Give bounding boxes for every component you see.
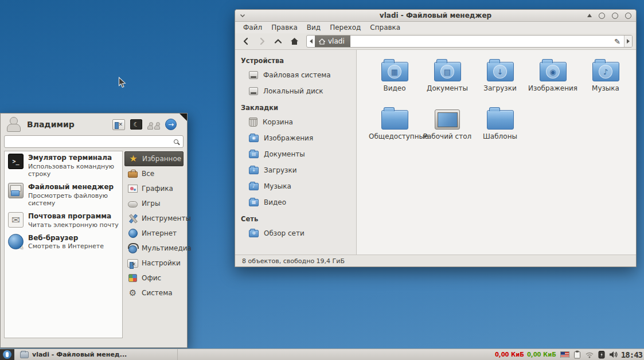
category-system[interactable]: ⚙ Система [124,285,184,300]
sidebar-item-local-disk[interactable]: Локальный диск [235,83,356,99]
path-scroll-right-button[interactable] [624,36,632,47]
graphics-icon [127,183,138,194]
clipboard-icon[interactable] [573,350,581,359]
star-icon: ★ [128,154,139,164]
search-input[interactable] [8,138,174,146]
sidebar-heading-bookmarks: Закладки [235,99,356,114]
desktop-background[interactable]: vladi - Файловый менеджер Файл Правка Ви… [0,0,644,360]
file-item-public[interactable]: Общедоступные [368,106,421,154]
search-icon [174,139,178,144]
path-bar: vladi ✎ [306,35,633,48]
file-item-templates[interactable]: Шаблоны [474,106,526,154]
category-games[interactable]: Игры [124,196,184,211]
folder-documents-icon: ▤ [249,151,259,158]
titlebar[interactable]: vladi - Файловый менеджер [235,10,636,22]
menu-header: Владимир ☾ → [1,114,187,135]
sidebar-item-downloads[interactable]: ↓ Загрузки [235,162,356,178]
sidebar-heading-devices: Устройства [235,52,356,67]
mouse-cursor [118,77,126,90]
close-button[interactable] [625,13,631,19]
lock-screen-button[interactable]: ☾ [130,119,142,130]
menu-file[interactable]: Файл [239,22,267,33]
file-manager-icon [8,183,24,198]
folder-music-icon: ♪ [592,62,619,81]
system-tray [573,350,618,359]
film-emblem-icon: ▦ [388,65,401,79]
sidebar-heading-network: Сеть [235,210,356,225]
hard-drive-icon [249,87,258,95]
app-item-terminal[interactable]: >_ Эмулятор терминала Использовать коман… [5,151,122,181]
category-internet[interactable]: Интернет [124,226,184,241]
back-button[interactable] [239,34,253,49]
sidebar-item-trash[interactable]: Корзина [235,114,356,130]
file-item-documents[interactable]: ▤ Документы [421,58,474,106]
sidebar-item-filesystem[interactable]: Файловая система [235,67,356,83]
keyboard-layout-us-flag-icon[interactable] [560,351,569,358]
category-settings[interactable]: Настройки [124,256,184,271]
home-button[interactable] [287,34,302,49]
user-avatar[interactable] [5,116,21,132]
app-item-mail[interactable]: ✉ Почтовая программа Читать электронную … [5,210,122,231]
taskbar-window-button[interactable]: vladi - Файловый менед... [14,349,178,360]
switch-user-button[interactable] [147,120,160,130]
maximize-button[interactable] [612,13,618,19]
category-all[interactable]: Все [124,166,184,181]
window-menu-chevron-icon[interactable] [240,14,248,18]
search-box[interactable] [4,135,184,148]
menu-go[interactable]: Переход [325,22,365,33]
applications-menu: Владимир ☾ → >_ Эмулятор терминала Испол… [0,113,188,348]
folder-downloads-icon: ↓ [487,62,514,81]
logout-button[interactable]: → [165,119,177,130]
sidebar: Устройства Файловая система Локальный ди… [235,50,357,255]
file-item-music[interactable]: ♪ Музыка [579,58,632,106]
terminal-icon: >_ [8,154,24,169]
category-multimedia[interactable]: Мультимедиа [124,241,184,256]
minimize-button[interactable] [599,13,605,19]
forward-button[interactable] [255,34,270,49]
hard-drive-icon [249,71,258,79]
path-home-button[interactable]: vladi [315,36,350,47]
sidebar-item-music[interactable]: ♪ Музыка [235,178,356,194]
edit-path-pencil-icon[interactable]: ✎ [611,37,624,46]
sidebar-item-images[interactable]: ◉ Изображения [235,130,356,146]
applications-menu-button[interactable] [0,349,14,360]
app-item-web-browser[interactable]: Веб-браузер Смотреть в Интернете [5,232,122,253]
category-office[interactable]: Офис [124,271,184,285]
folder-documents-icon: ▤ [434,62,461,81]
sidebar-item-videos[interactable]: ▦ Видео [235,194,356,210]
menu-edit[interactable]: Правка [267,22,302,33]
volume-icon[interactable] [609,351,618,358]
category-graphics[interactable]: Графика [124,181,184,196]
app-item-file-manager[interactable]: Файловый менеджер Просмотреть файловую с… [5,181,122,210]
folder-images-icon: ◉ [540,62,567,81]
sidebar-item-network-browse[interactable]: ⊕ Обзор сети [235,225,356,241]
menubar: Файл Правка Вид Переход Справка [235,22,636,33]
camera-emblem-icon: ◉ [546,65,560,79]
path-segment-label: vladi [328,37,345,45]
settings-manager-button[interactable] [112,119,125,130]
home-icon [319,38,325,45]
files-view[interactable]: ▦ Видео ▤ Документы ↓ Загрузки ◉ Изображ… [357,50,636,255]
file-item-downloads[interactable]: ↓ Загрузки [474,58,526,106]
file-item-desktop[interactable]: Рабочий стол [421,106,474,154]
taskbar: vladi - Файловый менед... 0,00 КиБ 0,00 … [0,349,644,360]
sidebar-item-documents[interactable]: ▤ Документы [235,146,356,162]
shade-button[interactable] [587,14,592,17]
menu-help[interactable]: Справка [365,22,405,33]
music-note-emblem-icon: ♪ [599,65,612,79]
wifi-icon[interactable] [585,351,594,358]
folder-icon [487,110,514,130]
file-manager-window: vladi - Файловый менеджер Файл Правка Ви… [235,9,637,267]
clock[interactable]: 18:43 [621,350,642,359]
power-manager-icon[interactable] [598,350,605,359]
up-button[interactable] [271,34,286,49]
file-item-images[interactable]: ◉ Изображения [526,58,579,106]
menu-view[interactable]: Вид [302,22,325,33]
folder-videos-icon: ▦ [381,62,408,81]
file-item-videos[interactable]: ▦ Видео [368,58,421,106]
folder-images-icon: ◉ [249,135,259,142]
category-favorites[interactable]: ★ Избранное [124,151,184,166]
path-scroll-left-button[interactable] [307,36,315,47]
trash-icon [249,118,257,127]
category-accessories[interactable]: Инструменты [124,211,184,226]
